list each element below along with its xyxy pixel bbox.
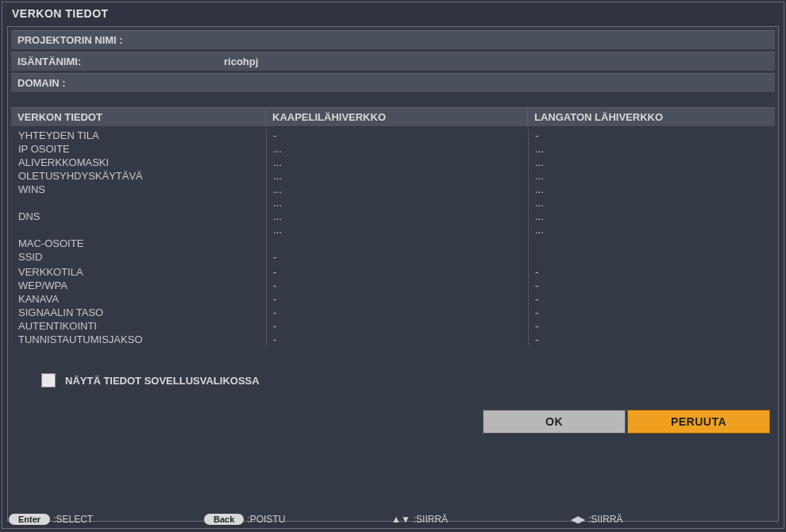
table-row: ...... — [12, 223, 775, 237]
ok-button[interactable]: OK — [483, 410, 626, 434]
domain-label: DOMAIN : — [17, 77, 224, 89]
cell-left: DNS — [12, 210, 266, 223]
cell-right: ... — [528, 169, 775, 183]
cell-right: ... — [528, 183, 775, 196]
table-row: DNS...... — [12, 210, 775, 223]
cell-right: - — [528, 292, 775, 306]
show-in-menu-label: NÄYTÄ TIEDOT SOVELLUSVALIKOSSA — [65, 375, 260, 387]
cell-right: ... — [528, 196, 775, 210]
table-row: MAC-OSOITE — [12, 237, 775, 250]
cell-right: - — [528, 129, 775, 142]
updown-icon: ▲▼ — [391, 514, 410, 525]
cell-mid: - — [266, 250, 528, 264]
cell-left: TUNNISTAUTUMISJAKSO — [12, 333, 266, 346]
enter-label: :SELECT — [53, 514, 93, 525]
cell-left: AUTENTIKOINTI — [12, 319, 266, 333]
leftright-icon: ◀▶ — [571, 514, 585, 525]
cell-right: ... — [528, 156, 775, 169]
table-row: ALIVERKKOMASKI...... — [12, 156, 775, 169]
table-row: AUTENTIKOINTI-- — [12, 319, 775, 333]
cell-mid: ... — [266, 183, 528, 196]
cell-mid: ... — [266, 210, 528, 223]
cell-right: ... — [528, 210, 775, 223]
cell-mid: - — [266, 333, 528, 346]
table-row: YHTEYDEN TILA-- — [12, 129, 775, 142]
cell-right: - — [528, 319, 775, 333]
table-body: YHTEYDEN TILA--IP OSOITE......ALIVERKKOM… — [11, 129, 775, 346]
table-row: OLETUSYHDYSKÄYTÄVÄ...... — [12, 169, 775, 183]
table-row: SIGNAALIN TASO-- — [12, 306, 775, 319]
move-label-2: :SIIRRÄ — [588, 514, 622, 525]
cell-mid: ... — [266, 196, 528, 210]
table-row: VERKKOTILA-- — [12, 265, 775, 279]
table-row: SSID- — [12, 250, 775, 264]
cell-right: - — [528, 333, 775, 346]
cell-mid: ... — [266, 223, 528, 237]
cell-left: VERKKOTILA — [12, 265, 266, 279]
cell-left: WEP/WPA — [12, 279, 266, 292]
cell-left: KANAVA — [12, 292, 266, 306]
cell-left: YHTEYDEN TILA — [12, 129, 266, 142]
cell-right: - — [528, 265, 775, 279]
cell-left: OLETUSYHDYSKÄYTÄVÄ — [12, 169, 266, 183]
cell-left: SIGNAALIN TASO — [12, 306, 266, 319]
cell-left — [12, 223, 266, 237]
table-row: IP OSOITE...... — [12, 142, 775, 156]
cell-mid: - — [266, 292, 528, 306]
cell-mid: - — [266, 129, 528, 142]
th-mid: KAAPELILÄHIVERKKO — [265, 108, 527, 126]
table-row: WINS...... — [12, 183, 775, 196]
row-projector-name: PROJEKTORIN NIMI : — [11, 30, 775, 50]
enter-pill: Enter — [9, 514, 50, 525]
cell-mid: - — [266, 319, 528, 333]
table-header: VERKON TIEDOT KAAPELILÄHIVERKKO LANGATON… — [11, 107, 775, 127]
cell-right — [528, 237, 775, 250]
cell-left: MAC-OSOITE — [12, 237, 266, 250]
table-row: WEP/WPA-- — [12, 279, 775, 292]
cell-right: - — [528, 279, 775, 292]
row-host: ISÄNTÄNIMI: ricohpj — [11, 52, 775, 71]
page-title: VERKON TIEDOT — [2, 2, 784, 25]
th-left: VERKON TIEDOT — [11, 108, 265, 126]
cell-right — [528, 250, 775, 264]
cell-left — [12, 196, 266, 210]
th-right: LANGATON LÄHIVERKKO — [527, 108, 775, 126]
show-in-menu-checkbox[interactable] — [41, 373, 56, 387]
cell-mid: - — [266, 279, 528, 292]
cell-left: ALIVERKKOMASKI — [12, 156, 266, 169]
cell-mid: ... — [266, 142, 528, 156]
table-row: TUNNISTAUTUMISJAKSO-- — [12, 333, 775, 346]
table-row: ...... — [12, 196, 775, 210]
host-value: ricohpj — [224, 56, 258, 67]
cell-mid — [266, 237, 528, 250]
cell-left: WINS — [12, 183, 266, 196]
projector-name-label: PROJEKTORIN NIMI : — [17, 34, 224, 46]
cell-right: ... — [528, 142, 775, 156]
row-domain: DOMAIN : — [11, 73, 775, 93]
cell-mid: ... — [266, 169, 528, 183]
cell-right: - — [528, 306, 775, 319]
cell-right: ... — [528, 223, 775, 237]
cell-left: SSID — [12, 250, 266, 264]
cancel-button[interactable]: PERUUTA — [627, 410, 770, 434]
back-label: :POISTU — [247, 514, 285, 525]
footer-help-bar: Enter :SELECT Back :POISTU ▲▼ :SIIRRÄ ◀▶… — [9, 514, 777, 525]
cell-mid: ... — [266, 156, 528, 169]
cell-mid: - — [266, 306, 528, 319]
back-pill: Back — [204, 514, 244, 525]
move-label-1: :SIIRRÄ — [414, 514, 448, 525]
host-label: ISÄNTÄNIMI: — [17, 56, 224, 67]
cell-left: IP OSOITE — [12, 142, 266, 156]
table-row: KANAVA-- — [12, 292, 775, 306]
cell-mid: - — [266, 265, 528, 279]
